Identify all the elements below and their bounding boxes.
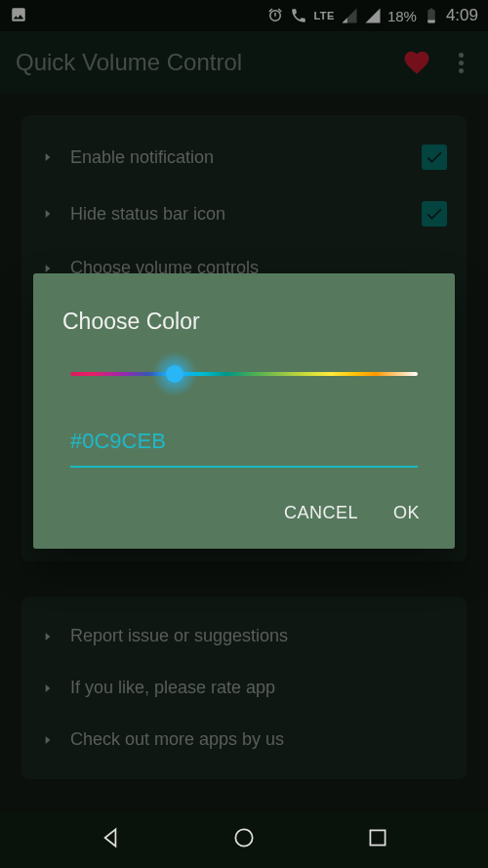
choose-color-dialog: Choose Color CANCEL OK: [33, 273, 455, 549]
dialog-title: Choose Color: [62, 309, 426, 335]
ok-button[interactable]: OK: [393, 503, 420, 523]
color-slider[interactable]: [70, 354, 418, 393]
nav-back-button[interactable]: [98, 825, 123, 854]
svg-rect-1: [371, 830, 386, 845]
dialog-actions: CANCEL OK: [62, 503, 426, 527]
svg-point-0: [235, 829, 252, 846]
slider-track: [70, 372, 418, 376]
nav-recents-button[interactable]: [365, 825, 390, 854]
nav-home-button[interactable]: [231, 825, 257, 854]
android-nav-bar: [0, 811, 488, 868]
cancel-button[interactable]: CANCEL: [284, 503, 358, 523]
hex-field[interactable]: [70, 429, 418, 468]
hex-input[interactable]: [70, 429, 418, 454]
